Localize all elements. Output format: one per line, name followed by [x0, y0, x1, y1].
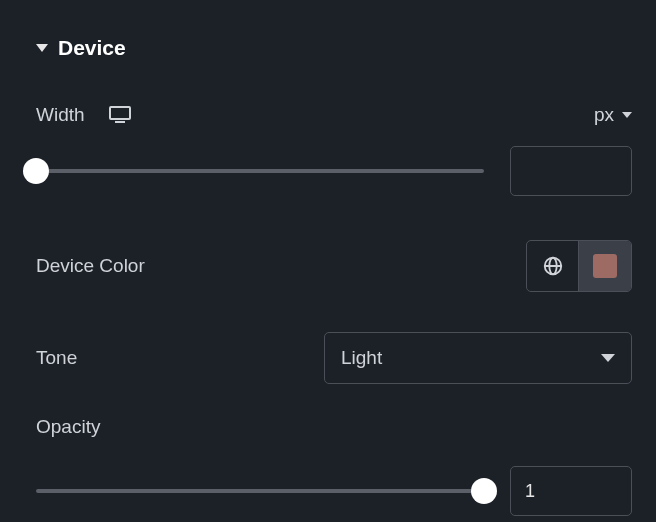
device-color-label: Device Color [36, 255, 145, 277]
tone-value: Light [341, 347, 382, 369]
device-color-swatch-button[interactable] [579, 241, 631, 291]
opacity-slider[interactable] [36, 489, 484, 493]
globe-icon [542, 255, 564, 277]
collapse-icon [36, 44, 48, 52]
section-title: Device [58, 36, 126, 60]
section-header[interactable]: Device [36, 36, 632, 60]
device-color-swatch [593, 254, 617, 278]
tone-select[interactable]: Light [324, 332, 632, 384]
width-slider-row [36, 146, 632, 196]
device-color-global-button[interactable] [527, 241, 579, 291]
opacity-slider-row [36, 466, 632, 516]
tone-row: Tone Light [36, 332, 632, 384]
tone-label: Tone [36, 347, 77, 369]
device-color-row: Device Color [36, 240, 632, 292]
chevron-down-icon [622, 112, 632, 118]
opacity-label: Opacity [36, 416, 632, 438]
width-unit-select[interactable]: px [594, 104, 632, 126]
width-slider-thumb[interactable] [23, 158, 49, 184]
caret-down-icon [601, 354, 615, 362]
width-label: Width [36, 104, 85, 126]
width-slider[interactable] [36, 169, 484, 173]
width-label-group: Width [36, 104, 131, 126]
monitor-icon [109, 106, 131, 124]
opacity-slider-thumb[interactable] [471, 478, 497, 504]
width-row: Width px [36, 104, 632, 126]
width-unit-label: px [594, 104, 614, 126]
opacity-input[interactable] [510, 466, 632, 516]
device-color-group [526, 240, 632, 292]
width-input[interactable] [510, 146, 632, 196]
